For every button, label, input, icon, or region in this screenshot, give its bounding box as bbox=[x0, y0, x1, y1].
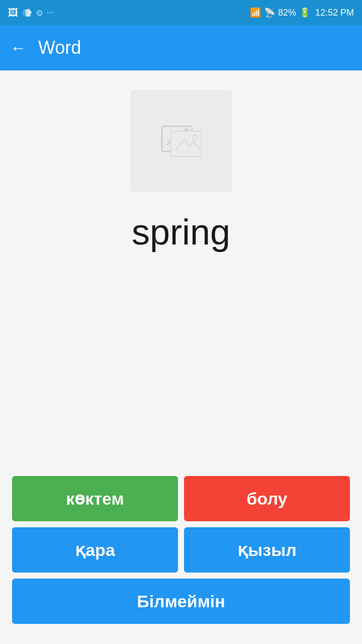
option1-button[interactable]: көктем bbox=[12, 476, 178, 521]
app-bar: ← Word bbox=[0, 25, 362, 70]
word-display: spring bbox=[132, 211, 230, 253]
option3-button[interactable]: қара bbox=[12, 527, 178, 573]
time-text: 12:52 PM bbox=[315, 8, 354, 18]
option2-button[interactable]: болу bbox=[184, 476, 350, 521]
dont-know-button[interactable]: Білмеймін bbox=[12, 579, 350, 624]
dots-status-icon: ··· bbox=[47, 8, 53, 17]
option4-button[interactable]: қызыл bbox=[184, 527, 350, 573]
status-bar-left: 🖼 💨 ⊙ ··· bbox=[8, 7, 53, 19]
battery-icon: 🔋 bbox=[299, 7, 310, 18]
back-button[interactable]: ← bbox=[10, 39, 26, 57]
signal-icon: 📡 bbox=[264, 7, 275, 18]
wind-status-icon: 💨 bbox=[22, 8, 32, 18]
status-bar: 🖼 💨 ⊙ ··· 📶 📡 82% 🔋 12:52 PM bbox=[0, 0, 362, 25]
word-image-placeholder bbox=[131, 91, 231, 191]
status-bar-right: 📶 📡 82% 🔋 12:52 PM bbox=[250, 7, 354, 18]
main-content: spring көктем болу қара қызыл Білмеймін bbox=[0, 70, 362, 644]
page-title: Word bbox=[38, 37, 81, 58]
battery-text: 82% bbox=[278, 8, 296, 18]
buttons-row-1: көктем болу bbox=[12, 476, 350, 521]
buttons-row-2: қара қызыл bbox=[12, 527, 350, 573]
circle-status-icon: ⊙ bbox=[36, 8, 43, 18]
image-status-icon: 🖼 bbox=[8, 7, 18, 19]
wifi-icon: 📶 bbox=[250, 7, 261, 18]
buttons-area: көктем болу қара қызыл Білмеймін bbox=[12, 476, 350, 624]
placeholder-image-icon bbox=[161, 123, 201, 158]
